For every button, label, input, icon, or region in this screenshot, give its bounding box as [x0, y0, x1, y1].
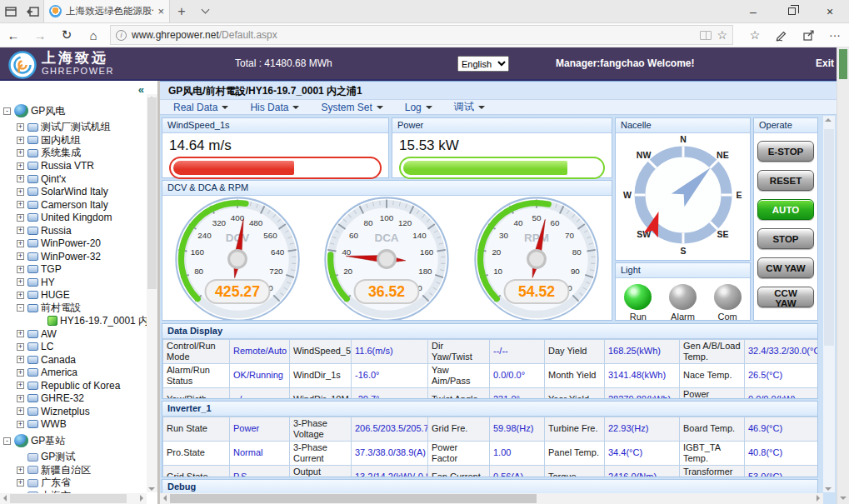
plus-expander-icon[interactable]: +	[17, 266, 24, 273]
auto-button[interactable]: AUTO	[757, 199, 814, 220]
menu-his-data[interactable]: His Data	[250, 102, 299, 113]
tree-item[interactable]: +Qint'x	[2, 172, 145, 186]
plus-expander-icon[interactable]: +	[17, 292, 24, 299]
browser-tab[interactable]: 上海致远绿色能源股份有 ×	[43, 0, 170, 22]
refresh-button[interactable]: ↻	[53, 27, 80, 42]
menu-system-set[interactable]: System Set	[321, 102, 382, 113]
tree-item[interactable]: -GP风电	[2, 101, 145, 121]
back-button[interactable]: ←	[0, 28, 27, 42]
plus-expander-icon[interactable]: +	[17, 123, 24, 131]
sidebar-collapse-button[interactable]: «	[138, 83, 144, 96]
tree-item[interactable]: +SolarWind Italy	[2, 186, 145, 199]
plus-expander-icon[interactable]: +	[17, 395, 24, 402]
scrollbar-thumb[interactable]	[170, 494, 537, 503]
plus-expander-icon[interactable]: +	[17, 227, 24, 234]
more-options-icon[interactable]: ···	[822, 28, 848, 42]
tree-item[interactable]: +Russia VTR	[2, 160, 145, 173]
minus-expander-icon[interactable]: -	[17, 304, 24, 312]
tree-item[interactable]: GP测试	[2, 451, 145, 464]
tree-item[interactable]: +Canada	[2, 353, 145, 367]
plus-expander-icon[interactable]: +	[17, 149, 24, 157]
cw-yaw-button[interactable]: CW YAW	[757, 257, 814, 278]
plus-expander-icon[interactable]: +	[17, 214, 24, 222]
tree-item[interactable]: +TGP	[2, 263, 145, 277]
web-note-pen-icon[interactable]	[768, 28, 795, 42]
ccw-yaw-button[interactable]: CCW YAW	[757, 287, 814, 307]
tree-item[interactable]: +HUGE	[2, 289, 145, 302]
tree-item[interactable]: +HY	[2, 276, 145, 289]
tree-item[interactable]: +Russia	[2, 224, 145, 237]
tab-close-icon[interactable]: ×	[157, 5, 164, 17]
tree-item[interactable]: +AW	[2, 327, 145, 341]
tree-item[interactable]: +United Kingdom	[2, 212, 145, 225]
plus-expander-icon[interactable]: +	[17, 421, 24, 428]
close-button[interactable]: ×	[811, 0, 849, 22]
stop-button[interactable]: STOP	[757, 228, 814, 249]
add-favorite-star-icon[interactable]: ☆	[717, 28, 727, 42]
tree-item[interactable]: +广东省	[2, 477, 145, 490]
minus-expander-icon[interactable]: -	[3, 107, 11, 115]
plus-expander-icon[interactable]: +	[17, 407, 24, 415]
address-bar[interactable]: i www.ghrepower.net/Default.aspx ☆	[110, 25, 733, 45]
scrollbar-thumb[interactable]	[839, 49, 847, 79]
restore-tabs-icon[interactable]	[22, 0, 43, 22]
tree-item[interactable]: +GHRE-32	[2, 392, 145, 406]
maximize-button[interactable]	[772, 0, 811, 22]
plus-expander-icon[interactable]: +	[17, 175, 24, 182]
plus-expander-icon[interactable]: +	[17, 382, 24, 389]
content-vertical-scrollbar[interactable]	[823, 116, 835, 492]
plus-expander-icon[interactable]: +	[17, 278, 24, 286]
tree-item[interactable]: -GP基站	[2, 431, 145, 451]
tree-item[interactable]: +WWB	[2, 418, 145, 432]
plus-expander-icon[interactable]: +	[17, 479, 24, 487]
e-stop-button[interactable]: E-STOP	[757, 141, 814, 162]
menu-log[interactable]: Log	[405, 102, 432, 113]
tree-item[interactable]: +WinPower-20	[2, 237, 145, 251]
scrollbar-thumb[interactable]	[10, 494, 127, 503]
tree-item[interactable]: +LC	[2, 341, 145, 354]
menu-real-data[interactable]: Real Data	[173, 102, 228, 113]
set-tabs-aside-icon[interactable]	[0, 0, 22, 22]
minus-expander-icon[interactable]: -	[3, 437, 11, 445]
tree-item[interactable]: +测试厂测试机组	[2, 121, 145, 134]
plus-expander-icon[interactable]: +	[17, 137, 24, 144]
tree-item[interactable]: +国内机组	[2, 134, 145, 147]
menu-调试[interactable]: 调试	[454, 100, 485, 114]
new-tab-button[interactable]: +	[170, 0, 193, 22]
tree-item[interactable]: +Republic of Korea	[2, 379, 145, 392]
tree-item[interactable]: HY16-19.7_0001 内之	[2, 315, 145, 328]
plus-expander-icon[interactable]: +	[17, 240, 24, 247]
tree-item[interactable]: +Camerson Italy	[2, 198, 145, 212]
content-horizontal-scrollbar[interactable]	[160, 493, 823, 504]
share-icon[interactable]	[795, 28, 822, 42]
tree-item[interactable]: +America	[2, 367, 145, 380]
exit-link[interactable]: Exit	[816, 57, 834, 69]
plus-expander-icon[interactable]: +	[17, 162, 24, 170]
plus-expander-icon[interactable]: +	[17, 201, 24, 208]
plus-expander-icon[interactable]: +	[17, 188, 24, 196]
tree-item[interactable]: +WinPower-32	[2, 250, 145, 263]
sidebar-vertical-scrollbar[interactable]	[147, 94, 157, 492]
plus-expander-icon[interactable]: +	[17, 356, 24, 363]
favorites-hub-icon[interactable]: ☆	[742, 28, 768, 42]
plus-expander-icon[interactable]: +	[17, 343, 24, 351]
sidebar-horizontal-scrollbar[interactable]	[0, 493, 147, 504]
tree-item[interactable]: +Wiznetplus	[2, 405, 145, 418]
scrollbar-thumb[interactable]	[824, 129, 834, 346]
minimize-button[interactable]: –	[734, 0, 772, 22]
tab-preview-chevron-icon[interactable]	[193, 0, 217, 22]
tree-item[interactable]: +新疆自治区	[2, 464, 145, 477]
forward-button[interactable]: →	[27, 28, 53, 42]
tree-item[interactable]: +系统集成	[2, 147, 145, 160]
reading-view-icon[interactable]	[700, 31, 712, 40]
plus-expander-icon[interactable]: +	[17, 252, 24, 260]
site-info-icon[interactable]: i	[116, 30, 127, 41]
tree-item[interactable]: -前村電設	[2, 302, 145, 315]
plus-expander-icon[interactable]: +	[17, 330, 24, 337]
home-button[interactable]: ⌂	[80, 28, 107, 42]
language-select[interactable]: English	[457, 56, 509, 72]
scrollbar-thumb[interactable]	[147, 97, 157, 289]
page-vertical-scrollbar[interactable]	[837, 47, 849, 504]
plus-expander-icon[interactable]: +	[17, 369, 24, 377]
plus-expander-icon[interactable]: +	[17, 467, 24, 474]
